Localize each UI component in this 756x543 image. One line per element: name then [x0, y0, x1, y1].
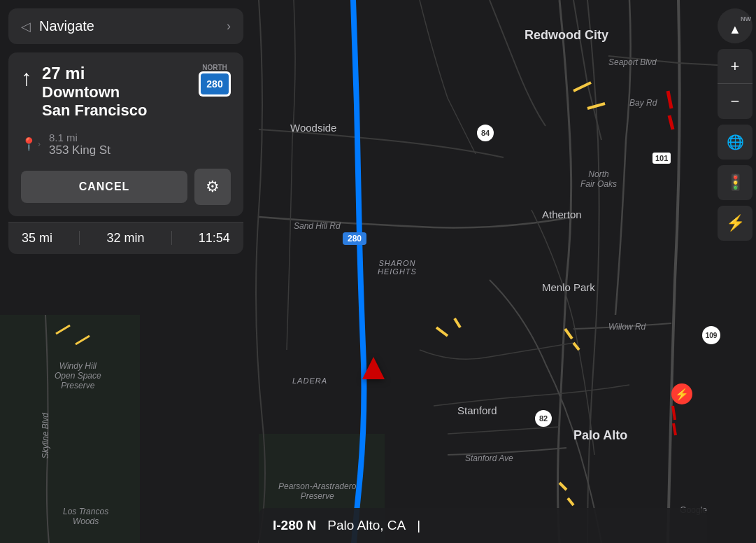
route-header-left: ↑ 27 mi DowntownSan Francisco: [21, 64, 147, 120]
compass-button[interactable]: NW ▲: [718, 8, 753, 43]
shield-109: 109: [702, 326, 720, 344]
zoom-in-button[interactable]: +: [718, 49, 753, 84]
highway-shield: 280: [199, 71, 231, 97]
supercharger-icon[interactable]: ⚡: [671, 383, 692, 404]
waypoint-row: 📍 › 8.1 mi 353 King St: [21, 132, 231, 157]
highway-number: 280: [206, 78, 222, 90]
shield-84: 84: [477, 125, 494, 141]
compass-arrow-icon: ▲: [729, 22, 741, 37]
distance-destination: 27 mi DowntownSan Francisco: [42, 64, 147, 120]
right-controls: NW ▲ + − 🌐 🚦 ⚡: [714, 0, 756, 249]
shield-280-route: 280: [343, 232, 366, 245]
globe-icon: 🌐: [727, 134, 744, 150]
lightning-button[interactable]: ⚡: [718, 206, 753, 241]
navigate-label: Navigate: [39, 18, 94, 34]
navigation-panel: ◁ Navigate › ↑ 27 mi DowntownSan Francis…: [0, 0, 252, 254]
waypoint-distance: 8.1 mi: [49, 132, 110, 143]
traffic-light-icon: 🚦: [726, 174, 745, 192]
badge-direction: NORTH: [202, 64, 227, 71]
route-distance: 27 mi: [42, 64, 147, 83]
stat-divider-2: [171, 231, 172, 245]
globe-button[interactable]: 🌐: [718, 125, 753, 160]
bottom-bar: I-280 N Palo Alto, CA |: [259, 508, 707, 543]
route-info-card: ↑ 27 mi DowntownSan Francisco NORTH 280 …: [8, 52, 243, 216]
settings-button[interactable]: ⚙: [194, 169, 231, 205]
stat-arrival: 11:54: [199, 231, 230, 246]
compass-nw-label: NW: [741, 15, 751, 22]
action-row: CANCEL ⚙: [21, 169, 231, 205]
stat-total-distance: 35 mi: [22, 231, 52, 246]
vehicle-marker: [362, 357, 385, 379]
direction-arrow-icon: ↑: [21, 66, 32, 89]
supercharger-pin[interactable]: ⚡: [671, 383, 692, 404]
route-header: ↑ 27 mi DowntownSan Francisco NORTH 280: [21, 64, 231, 120]
svg-rect-1: [0, 315, 140, 543]
route-badge: NORTH 280: [199, 64, 231, 97]
waypoint-address: 353 King St: [49, 143, 110, 157]
highway-shield-inner: 280: [201, 73, 229, 94]
navigate-bar[interactable]: ◁ Navigate ›: [8, 8, 243, 44]
stat-divider-1: [79, 231, 80, 245]
bottom-cursor-icon: |: [417, 518, 420, 533]
navigate-left: ◁ Navigate: [21, 18, 94, 34]
location-pin-icon: 📍: [21, 136, 36, 152]
zoom-controls: + −: [718, 49, 753, 119]
cancel-button[interactable]: CANCEL: [21, 171, 187, 203]
bottom-location: Palo Alto, CA: [327, 518, 406, 533]
navigate-arrow-icon: ›: [227, 19, 231, 34]
traffic-button[interactable]: 🚦: [718, 165, 753, 200]
destination-name: DowntownSan Francisco: [42, 83, 147, 120]
bottom-route-label: I-280 N: [273, 518, 316, 533]
navigate-icon: ◁: [21, 19, 31, 34]
shield-101: 101: [652, 153, 671, 164]
settings-icon: ⚙: [206, 178, 220, 196]
lightning-icon: ⚡: [726, 214, 745, 232]
stat-time: 32 min: [106, 231, 144, 246]
waypoint-icon: 📍 ›: [21, 136, 41, 152]
stats-row: 35 mi 32 min 11:54: [8, 222, 243, 254]
zoom-out-button[interactable]: −: [718, 84, 753, 119]
waypoint-info: 8.1 mi 353 King St: [49, 132, 110, 157]
shield-82: 82: [535, 410, 552, 427]
